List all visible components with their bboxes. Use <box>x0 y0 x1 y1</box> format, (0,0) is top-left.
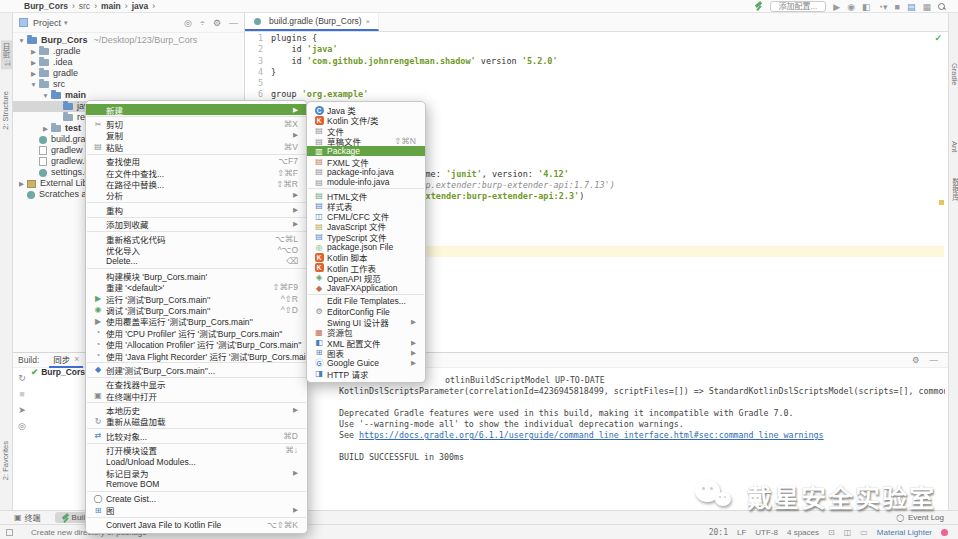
filter-icon[interactable]: ◎ <box>15 421 29 431</box>
menu-item-debug-test[interactable]: ◉调试 '测试'Burp_Cors.main''^⇧D <box>86 304 307 315</box>
stop-icon[interactable]: ■ <box>15 389 29 399</box>
tool-window-ant[interactable]: Ant <box>950 141 958 152</box>
settings-gear-icon[interactable]: ⚙ <box>213 18 221 28</box>
menu-item-find-usages[interactable]: 查找使用⌥F7 <box>86 156 307 167</box>
code-area[interactable]: 1plugins { 2 id 'java' 3 id 'com.github.… <box>245 33 558 101</box>
settings-gear-icon[interactable]: ⚙ <box>912 355 920 365</box>
search-icon[interactable] <box>938 3 946 11</box>
breadcrumb-src[interactable]: src <box>79 1 90 11</box>
menu-item-run-jfr[interactable]: ◔使用 'Java Flight Recorder' 运行 '测试'Burp_C… <box>86 350 307 361</box>
menu-item-create-run-config[interactable]: ◆创建'测试'Burp_Cors.main''... <box>86 364 307 375</box>
project-structure-icon[interactable]: ▤ <box>907 2 916 12</box>
pin-icon[interactable]: ➤ <box>15 405 29 415</box>
breadcrumb-java[interactable]: java <box>132 1 149 11</box>
submenu-item-diagrams[interactable]: ⊞图表▶ <box>307 348 425 358</box>
menu-item-reformat-code[interactable]: 重新格式化代码⌥⌘L <box>86 233 307 244</box>
highlight-level-icon[interactable]: ◫ <box>844 528 852 537</box>
menu-item-run-cpu-profiler[interactable]: ◔使用 'CPU Profiler' 运行 '测试'Burp_Cors.main… <box>86 327 307 338</box>
build-hammer-icon[interactable] <box>754 2 763 11</box>
hide-panel-icon[interactable]: — <box>930 355 939 365</box>
menu-item-local-history[interactable]: 本地历史▶ <box>86 404 307 415</box>
submenu-item-typescript[interactable]: ▤TypeScript 文件 <box>307 232 425 242</box>
tool-window-terminal[interactable]: ▣终端 <box>8 511 47 524</box>
rerun-icon[interactable]: ↻ <box>15 373 29 383</box>
inspections-ok-icon[interactable]: ✓ <box>934 33 942 43</box>
tool-window-database[interactable]: 数据库 <box>950 178 958 201</box>
stop-icon[interactable]: ■ <box>895 2 900 12</box>
hide-panel-icon[interactable]: — <box>229 18 238 28</box>
submenu-item-fxml[interactable]: ▤FXML 文件 <box>307 156 425 166</box>
gradle-doc-link[interactable]: https://docs.gradle.org/6.1.1/userguide/… <box>359 430 824 440</box>
indent-setting[interactable]: 4 spaces <box>787 528 819 537</box>
coverage-icon[interactable]: ◧ <box>862 2 871 12</box>
menu-item-open-in-terminal[interactable]: ▣在终端中打开 <box>86 390 307 401</box>
tool-window-gradle[interactable]: Gradle <box>950 63 958 86</box>
tool-window-favorites[interactable]: 2: Favorites <box>1 441 10 480</box>
run-icon[interactable]: ▶ <box>833 2 840 12</box>
menu-item-load-unload-modules[interactable]: Load/Unload Modules... <box>86 456 307 467</box>
menu-item-rebuild[interactable]: 重建 '<default>'⇧⌘F9 <box>86 281 307 292</box>
menu-item-create-gist[interactable]: ◯Create Gist... <box>86 493 307 504</box>
menu-item-find-in-files[interactable]: 在文件中查找...⇧⌘F <box>86 167 307 178</box>
menu-item-reload-from-disk[interactable]: ↻重新从磁盘加载 <box>86 416 307 427</box>
menu-item-compare-with[interactable]: ⇄比较对象...⌘D <box>86 430 307 441</box>
caret-position[interactable]: 20:1 <box>709 528 728 537</box>
menu-item-replace-in-path[interactable]: 在路径中替换...⇧⌘R <box>86 178 307 189</box>
breadcrumb-main[interactable]: main <box>101 1 121 11</box>
menu-item-add-to-favorites[interactable]: 添加到收藏▶ <box>86 219 307 230</box>
submenu-item-javafx[interactable]: ◆JavaFXApplication <box>307 283 425 293</box>
collapse-all-icon[interactable]: ÷ <box>200 18 205 28</box>
menu-item-analyze[interactable]: 分析▶ <box>86 190 307 201</box>
menu-item-diagrams[interactable]: ⊞图▶ <box>86 505 307 516</box>
menu-item-run-test[interactable]: ▶运行 '测试'Burp_Cors.main''^⇧R <box>86 293 307 304</box>
tree-row[interactable]: ▼src <box>13 79 244 90</box>
menu-item-run-with-coverage[interactable]: ▶使用覆盖率运行 '测试'Burp_Cors.main'' <box>86 316 307 327</box>
menu-item-open-module-settings[interactable]: 打开模块设置⌘↓ <box>86 445 307 456</box>
tree-row[interactable]: ▶.idea <box>13 57 244 68</box>
submenu-item-package-info[interactable]: ▤package-info.java <box>307 167 425 177</box>
submenu-item-openapi[interactable]: ◈OpenAPI 规范 <box>307 273 425 283</box>
menu-item-new[interactable]: 新建▶ <box>86 104 307 115</box>
close-tab-icon[interactable]: × <box>366 17 371 26</box>
tree-row-root[interactable]: ▼Burp_Cors~/Desktop/123/Burp_Cors <box>13 35 244 46</box>
reader-mode-icon[interactable]: ▭ <box>860 528 868 537</box>
menu-item-cut[interactable]: ✂剪切⌘X <box>86 118 307 129</box>
menu-item-convert-to-kotlin[interactable]: Convert Java File to Kotlin File⌥⇧⌘K <box>86 519 307 530</box>
tab-sync[interactable]: 同步× <box>49 353 83 368</box>
locate-file-icon[interactable]: ◎ <box>184 18 192 28</box>
submenu-item-module-info[interactable]: ▤module-info.java <box>307 177 425 187</box>
menu-item-remove-bom[interactable]: Remove BOM <box>86 479 307 490</box>
build-tree-node[interactable]: ✔Burp_Cors <box>31 367 85 377</box>
menu-item-refactor[interactable]: 重构▶ <box>86 204 307 215</box>
menu-item-reveal-in-finder[interactable]: 在查找器中显示 <box>86 379 307 390</box>
debug-icon[interactable]: ◉ <box>847 2 855 12</box>
breadcrumb-root[interactable]: Burp_Cors <box>24 1 68 11</box>
menu-item-copy[interactable]: 复制▶ <box>86 130 307 141</box>
theme-name[interactable]: Material Lighter <box>877 528 932 537</box>
lock-icon[interactable]: ⊡ <box>828 528 835 537</box>
submenu-item-http-request[interactable]: ◨HTTP 请求 <box>307 368 425 378</box>
menu-item-run-allocation-profiler[interactable]: ◔使用 'Allocation Profiler' 运行 '测试'Burp_Co… <box>86 338 307 349</box>
menu-item-paste[interactable]: ▤粘贴⌘V <box>86 141 307 152</box>
menu-item-build-module[interactable]: 构建模块 'Burp_Cors.main' <box>86 270 307 281</box>
tree-row[interactable]: ▶gradle <box>13 68 244 79</box>
submenu-item-scratch-file[interactable]: ▤草稿文件⇧⌘N <box>307 136 425 146</box>
menu-item-optimize-imports[interactable]: 优化导入^⌥O <box>86 244 307 255</box>
tab-build-gradle[interactable]: build.gradle (Burp_Cors) × <box>245 13 379 31</box>
run-configuration-select[interactable]: 添加配置... <box>770 1 827 12</box>
java-file-icon: ▤ <box>313 178 325 187</box>
encoding[interactable]: UTF-8 <box>755 528 778 537</box>
tool-window-structure[interactable]: 2: Structure <box>1 91 10 130</box>
tree-row[interactable]: ▶.gradle <box>13 46 244 57</box>
menu-item-delete[interactable]: Delete...⌫ <box>86 256 307 267</box>
submenu-item-edit-file-templates[interactable]: Edit File Templates... <box>307 296 425 306</box>
close-tab-icon[interactable]: × <box>74 354 79 364</box>
breadcrumb[interactable]: Burp_Cors› src› main› java› <box>24 1 155 11</box>
line-ending[interactable]: LF <box>737 528 746 537</box>
menu-item-mark-directory-as[interactable]: 标记目录为▶ <box>86 467 307 478</box>
notification-dot[interactable] <box>941 529 948 536</box>
profiler-icon[interactable]: ◔▾ <box>878 2 888 12</box>
project-view-title[interactable]: Project <box>33 18 61 28</box>
event-log-button[interactable]: ◯Event Log <box>896 513 944 522</box>
screen-icon[interactable]: ▦ <box>922 2 931 12</box>
